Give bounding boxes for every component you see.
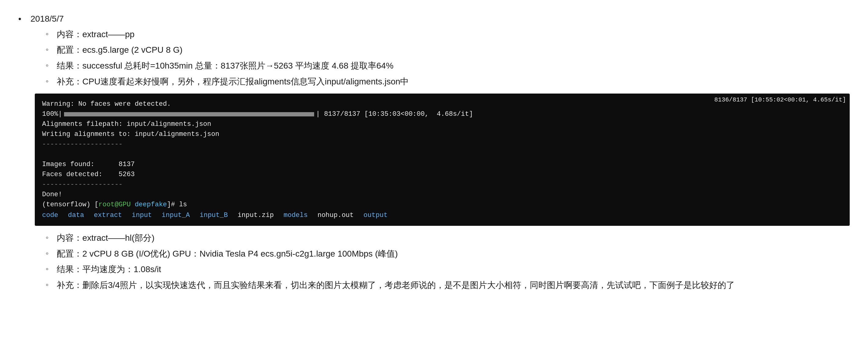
ls-item-output: output: [364, 210, 388, 220]
terminal-line-faces: Faces detected: 5263: [42, 169, 842, 179]
value-config-2: 2 vCPU 8 GB (I/O优化) GPU：Nvidia Tesla P4 …: [82, 249, 398, 258]
date-label: 2018/5/7: [31, 14, 64, 24]
terminal-line-done: Done!: [42, 189, 842, 200]
label-note-2: 补充：: [57, 280, 82, 290]
label-content-1: 内容：: [57, 30, 82, 39]
terminal-line-sep2: --------------------: [42, 179, 842, 189]
list-item-config-1: 配置：ecs.g5.large (2 vCPU 8 G): [46, 43, 850, 57]
terminal-top-right: 8136/8137 [10:55:02<00:01, 4.65s/it]: [714, 95, 846, 105]
ls-item-nohup: nohup.out: [317, 210, 354, 220]
value-note-2: 删除后3/4照片，以实现快速迭代，而且实验结果来看，切出来的图片太模糊了，考虑老…: [82, 280, 735, 290]
outer-list-item-date: 2018/5/7 内容：extract——pp 配置：ecs.g5.large …: [18, 12, 850, 292]
ls-item-input-zip: input.zip: [238, 210, 274, 220]
label-note-1: 补充：: [57, 77, 82, 86]
list-item-note-2: 补充：删除后3/4照片，以实现快速迭代，而且实验结果来看，切出来的图片太模糊了，…: [46, 278, 850, 292]
terminal-line-prompt: (tensorflow) [root@GPU deepfake]# ls: [42, 200, 842, 210]
list-item-result-1: 结果：successful 总耗时=10h35min 总量：8137张照片→52…: [46, 59, 850, 73]
value-note-1: CPU速度看起来好慢啊，另外，程序提示汇报aligments信息写入input/…: [82, 77, 409, 86]
ls-item-extract: extract: [94, 210, 122, 220]
terminal-line-images: Images found: 8137: [42, 160, 842, 169]
terminal-line-blank: [42, 149, 842, 160]
terminal-line-progress: 100%|| 8137/8137 [10:35:03<00:00, 4.68s/…: [42, 109, 842, 119]
terminal-line-writing: Writing alignments to: input/alignments.…: [42, 129, 842, 139]
ls-item-data: data: [68, 210, 84, 220]
label-config-1: 配置：: [57, 45, 82, 55]
value-result-2: 平均速度为：1.08s/it: [82, 265, 161, 274]
terminal-screenshot-item: 8136/8137 [10:55:02<00:01, 4.65s/it] War…: [35, 94, 850, 226]
ls-item-input-a: input_A: [162, 210, 190, 220]
terminal-line-filepath: Alignments filepath: input/alignments.js…: [42, 119, 842, 129]
list-item-content-2: 内容：extract——hl(部分): [46, 231, 850, 245]
label-result-2: 结果：: [57, 265, 82, 274]
ls-item-input: input: [132, 210, 152, 220]
list-item-result-2: 结果：平均速度为：1.08s/it: [46, 262, 850, 277]
progress-bar: [64, 112, 314, 116]
ls-item-models: models: [284, 210, 308, 220]
terminal-block: 8136/8137 [10:55:02<00:01, 4.65s/it] War…: [35, 94, 850, 226]
first-inner-list: 内容：extract——pp 配置：ecs.g5.large (2 vCPU 8…: [31, 27, 850, 292]
ls-item-input-b: input_B: [199, 210, 227, 220]
label-config-2: 配置：: [57, 249, 82, 258]
value-result-1: successful 总耗时=10h35min 总量：8137张照片→5263 …: [82, 61, 394, 70]
label-content-2: 内容：: [57, 233, 82, 243]
label-result-1: 结果：: [57, 61, 82, 70]
terminal-ls-output: code data extract input input_A input_B …: [42, 210, 842, 220]
list-item-config-2: 配置：2 vCPU 8 GB (I/O优化) GPU：Nvidia Tesla …: [46, 246, 850, 261]
value-config-1: ecs.g5.large (2 vCPU 8 G): [82, 45, 182, 55]
list-item-content-1: 内容：extract——pp: [46, 27, 850, 42]
terminal-line-sep1: --------------------: [42, 139, 842, 149]
value-content-1: extract——pp: [82, 30, 134, 39]
outer-list: 2018/5/7 内容：extract——pp 配置：ecs.g5.large …: [18, 12, 850, 292]
ls-item-code: code: [42, 210, 58, 220]
value-content-2: extract——hl(部分): [82, 233, 154, 243]
list-item-note-1: 补充：CPU速度看起来好慢啊，另外，程序提示汇报aligments信息写入inp…: [46, 74, 850, 89]
